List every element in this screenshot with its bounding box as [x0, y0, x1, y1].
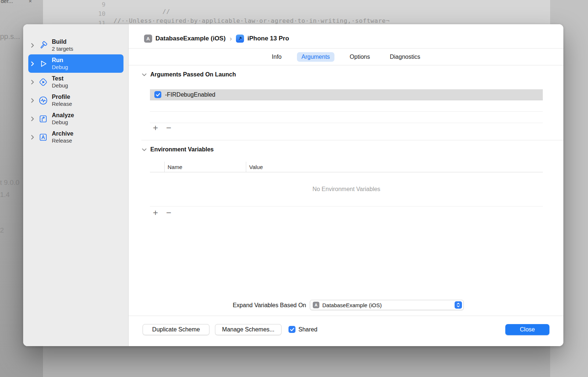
device-simulator-icon [236, 35, 244, 43]
profile-pulse-icon [36, 96, 50, 105]
sidebar-item-profile[interactable]: Profile Release [28, 91, 123, 109]
archive-box-icon [36, 132, 50, 142]
chevron-right-icon[interactable] [28, 61, 36, 66]
env-value-column-header: Value [246, 162, 543, 172]
sidebar-item-subtitle: 2 targets [52, 46, 73, 52]
code-line: 11 //··distributed·under·the·License·is·… [43, 13, 550, 22]
empty-table-row [150, 112, 543, 123]
env-section-title: Environment Variables [150, 146, 214, 153]
chevron-right-icon[interactable] [28, 80, 36, 85]
arguments-section-header: Arguments Passed On Launch [142, 71, 236, 78]
argument-checkbox[interactable] [154, 91, 161, 98]
chevron-down-icon[interactable] [142, 148, 147, 151]
test-diamond-icon [36, 77, 50, 87]
close-tab-icon[interactable]: × [29, 0, 32, 4]
code-line: 10 //··Unless·required·by·applicable·law… [43, 3, 550, 13]
remove-argument-button[interactable]: − [166, 124, 171, 132]
scheme-project-title: DatabaseExample (iOS) [155, 35, 226, 42]
arguments-section-title: Arguments Passed On Launch [150, 71, 236, 78]
sidebar-item-title: Analyze [52, 112, 74, 119]
line-number: 11 [86, 20, 105, 24]
expand-variables-label: Expand Variables Based On [129, 302, 306, 309]
sidebar-item-subtitle: Debug [52, 119, 74, 126]
shared-checkbox-label[interactable]: Shared [298, 326, 318, 333]
sidebar-item-subtitle: Release [52, 101, 72, 107]
chevron-down-icon[interactable] [142, 73, 147, 76]
env-name-column-header: Name [164, 162, 246, 172]
scheme-header: A DatabaseExample (iOS) › iPhone 13 Pro [144, 33, 289, 44]
remove-env-variable-button[interactable]: − [166, 209, 171, 216]
sidebar-item-subtitle: Debug [52, 82, 68, 89]
navigator-file-label: pp.s... [0, 32, 20, 41]
scheme-tabbar: Info Arguments Options Diagnostics [129, 49, 563, 65]
tab-diagnostics[interactable]: Diagnostics [386, 52, 425, 62]
shared-checkbox[interactable] [288, 326, 295, 333]
navigator-version-label: 2 [0, 226, 4, 234]
tab-options[interactable]: Options [345, 52, 374, 62]
code-editor-background: 9 // 10 //··Unless·required·by·applicabl… [43, 0, 550, 24]
env-empty-placeholder: No Environment Variables [150, 172, 543, 207]
shared-option: Shared [288, 326, 318, 333]
sidebar-item-build[interactable]: Build 2 targets [28, 36, 123, 54]
section-separator [141, 140, 563, 140]
scheme-main-pane: A DatabaseExample (iOS) › iPhone 13 Pro … [129, 24, 563, 346]
build-hammer-icon [36, 40, 50, 50]
app-target-icon: A [313, 302, 319, 308]
scheme-device-title: iPhone 13 Pro [247, 35, 289, 42]
editor-tab-title: der... [1, 0, 13, 4]
sidebar-item-title: Build [52, 38, 73, 46]
scheme-sidebar: Build 2 targets Run Debug Test Debug [23, 24, 129, 346]
close-button[interactable]: Close [505, 324, 549, 335]
app-target-icon: A [144, 35, 152, 43]
arguments-table: -FIRDebugEnabled [150, 89, 543, 123]
analyze-branch-icon [36, 114, 50, 124]
sidebar-item-title: Profile [52, 93, 72, 101]
scheme-editor-dialog: Build 2 targets Run Debug Test Debug [23, 24, 563, 346]
sidebar-item-archive[interactable]: Archive Release [28, 128, 123, 146]
chevron-right-icon: › [230, 35, 232, 43]
divider [129, 65, 563, 65]
manage-schemes-button[interactable]: Manage Schemes... [215, 324, 282, 335]
navigator-version-label: 1.4 [0, 191, 10, 199]
sidebar-item-run[interactable]: Run Debug [28, 54, 123, 73]
chevron-right-icon[interactable] [28, 98, 36, 103]
env-table: Name Value No Environment Variables [150, 162, 543, 207]
navigator-version-label: t 9.0.0 [0, 179, 19, 187]
sidebar-item-test[interactable]: Test Debug [28, 73, 123, 91]
argument-label[interactable]: -FIRDebugEnabled [165, 91, 215, 98]
chevron-right-icon[interactable] [28, 116, 36, 121]
arguments-add-remove: + − [153, 124, 171, 132]
empty-table-row [150, 100, 543, 112]
sidebar-item-title: Test [52, 75, 68, 82]
sidebar-item-title: Archive [52, 130, 74, 137]
tab-info[interactable]: Info [268, 52, 286, 62]
argument-row[interactable]: -FIRDebugEnabled [150, 89, 543, 100]
dropdown-stepper-icon [455, 301, 462, 309]
expand-variables-dropdown[interactable]: A DatabaseExample (iOS) [310, 300, 464, 310]
add-env-variable-button[interactable]: + [153, 209, 158, 216]
env-section-header: Environment Variables [142, 146, 214, 153]
footer-divider [129, 316, 563, 316]
editor-tab[interactable]: der... × [1, 0, 43, 4]
chevron-right-icon[interactable] [28, 43, 36, 48]
sidebar-item-subtitle: Release [52, 137, 74, 144]
run-play-icon [36, 59, 50, 69]
env-add-remove: + − [153, 209, 171, 216]
add-argument-button[interactable]: + [153, 124, 158, 132]
env-table-header: Name Value [150, 162, 543, 172]
expand-variables-value: DatabaseExample (iOS) [322, 302, 382, 308]
chevron-right-icon[interactable] [28, 135, 36, 140]
sidebar-item-analyze[interactable]: Analyze Debug [28, 109, 123, 128]
tab-arguments[interactable]: Arguments [297, 52, 334, 62]
sidebar-item-title: Run [52, 57, 68, 64]
sidebar-item-subtitle: Debug [52, 64, 68, 71]
duplicate-scheme-button[interactable]: Duplicate Scheme [143, 324, 209, 335]
